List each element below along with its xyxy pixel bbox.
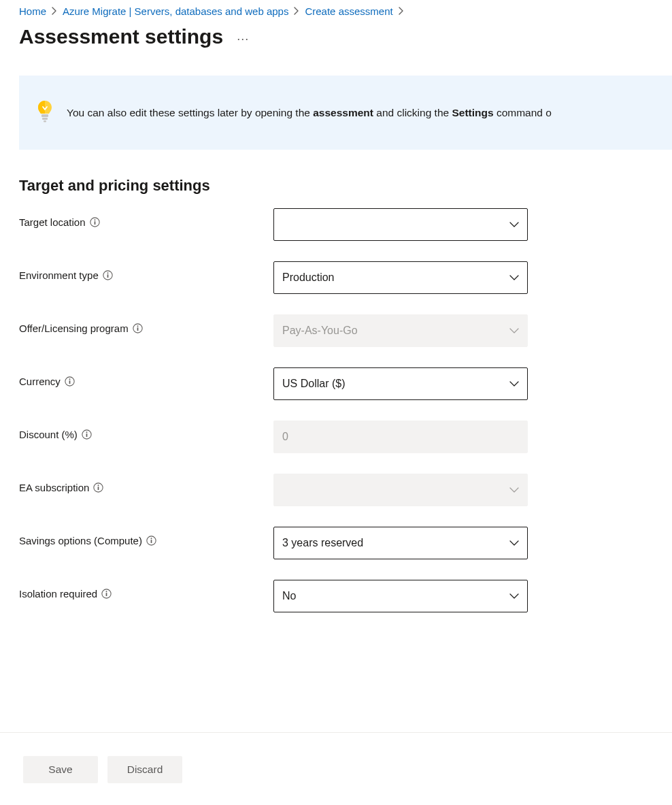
label-isolation-required: Isolation required: [19, 588, 97, 599]
title-row: Assessment settings ···: [0, 20, 672, 76]
svg-rect-11: [137, 327, 138, 331]
label-currency: Currency: [19, 376, 61, 387]
info-icon[interactable]: [146, 536, 156, 546]
chevron-down-icon: [509, 275, 519, 281]
breadcrumb-azure-migrate[interactable]: Azure Migrate | Servers, databases and w…: [63, 5, 288, 17]
info-icon[interactable]: [93, 482, 103, 493]
info-icon[interactable]: [82, 429, 92, 440]
chevron-down-icon: [509, 381, 519, 387]
label-discount: Discount (%): [19, 429, 78, 440]
label-target-location: Target location: [19, 216, 86, 228]
svg-rect-14: [69, 380, 71, 384]
input-value: 0: [282, 431, 288, 443]
discard-button[interactable]: Discard: [107, 756, 182, 783]
svg-rect-5: [94, 221, 95, 225]
svg-point-16: [86, 431, 87, 433]
svg-point-19: [98, 484, 99, 486]
select-ea-subscription: [273, 474, 528, 506]
select-target-location[interactable]: [273, 208, 528, 241]
select-value: Pay-As-You-Go: [282, 325, 358, 337]
label-ea-subscription: EA subscription: [19, 482, 89, 493]
banner-text: You can also edit these settings later b…: [67, 107, 552, 119]
page-title: Assessment settings: [19, 25, 223, 48]
svg-rect-1: [42, 118, 48, 120]
svg-rect-26: [106, 593, 107, 596]
svg-point-10: [137, 325, 138, 327]
breadcrumb-home[interactable]: Home: [19, 5, 46, 17]
field-discount: Discount (%) 0: [0, 421, 672, 453]
info-icon[interactable]: [103, 270, 113, 280]
breadcrumb-create-assessment[interactable]: Create assessment: [305, 5, 392, 17]
chevron-right-icon: [294, 6, 299, 17]
info-icon[interactable]: [101, 589, 112, 599]
info-icon[interactable]: [133, 323, 143, 333]
label-environment-type: Environment type: [19, 269, 99, 281]
svg-rect-17: [86, 433, 88, 437]
field-offer-licensing: Offer/Licensing program Pay-As-You-Go: [0, 314, 672, 347]
select-value: 3 years reserved: [282, 537, 363, 549]
chevron-down-icon: [509, 328, 519, 334]
chevron-down-icon: [509, 222, 519, 228]
chevron-down-icon: [509, 540, 519, 546]
svg-point-25: [106, 591, 107, 592]
select-value: No: [282, 590, 296, 602]
save-button[interactable]: Save: [23, 756, 98, 783]
select-value: Production: [282, 272, 335, 284]
svg-rect-0: [41, 114, 48, 117]
svg-rect-20: [98, 487, 99, 490]
svg-point-4: [94, 219, 95, 220]
select-environment-type[interactable]: Production: [273, 261, 528, 294]
more-actions-icon[interactable]: ···: [237, 28, 249, 46]
svg-point-7: [107, 272, 108, 274]
field-ea-subscription: EA subscription: [0, 474, 672, 506]
field-savings-options: Savings options (Compute) 3 years reserv…: [0, 527, 672, 559]
svg-point-13: [69, 378, 70, 380]
select-isolation-required[interactable]: No: [273, 580, 528, 612]
chevron-down-icon: [509, 487, 519, 493]
label-offer-licensing: Offer/Licensing program: [19, 323, 129, 334]
input-discount: 0: [273, 421, 528, 453]
select-offer-licensing: Pay-As-You-Go: [273, 314, 528, 347]
field-isolation-required: Isolation required No: [0, 580, 672, 612]
info-icon[interactable]: [65, 376, 75, 387]
section-heading-target-pricing: Target and pricing settings: [19, 177, 672, 195]
field-environment-type: Environment type Production: [0, 261, 672, 294]
svg-rect-23: [151, 540, 152, 543]
field-target-location: Target location: [0, 208, 672, 241]
info-banner: You can also edit these settings later b…: [19, 76, 672, 150]
select-savings-options[interactable]: 3 years reserved: [273, 527, 528, 559]
select-value: US Dollar ($): [282, 378, 345, 390]
chevron-right-icon: [399, 6, 404, 17]
lightbulb-icon: [37, 100, 53, 125]
chevron-right-icon: [52, 6, 57, 17]
svg-rect-2: [44, 120, 46, 122]
label-savings-options: Savings options (Compute): [19, 535, 142, 546]
field-currency: Currency US Dollar ($): [0, 367, 672, 400]
footer-bar: Save Discard: [0, 732, 672, 805]
chevron-down-icon: [509, 593, 519, 599]
breadcrumb: Home Azure Migrate | Servers, databases …: [0, 0, 672, 20]
select-currency[interactable]: US Dollar ($): [273, 367, 528, 400]
svg-point-22: [150, 538, 152, 539]
info-icon[interactable]: [90, 217, 100, 227]
svg-rect-8: [107, 274, 108, 278]
